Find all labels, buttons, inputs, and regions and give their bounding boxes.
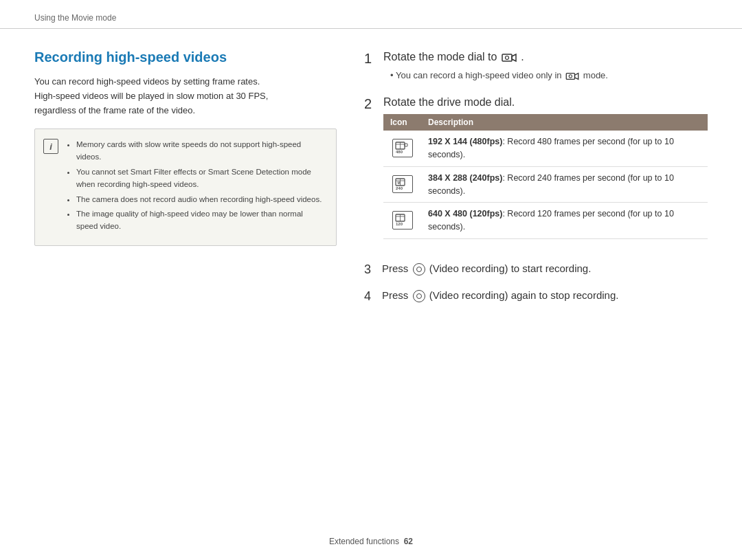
table-cell-120fps: 640 X 480 (120fps): Record 120 frames pe…: [421, 203, 708, 239]
video-record-icon: [413, 263, 425, 276]
svg-point-5: [569, 75, 572, 78]
step-2-content: Rotate the drive mode dial. Icon Descrip…: [383, 95, 708, 249]
svg-rect-0: [502, 54, 512, 61]
table-col-icon: Icon: [383, 114, 421, 131]
svg-rect-3: [566, 74, 574, 80]
step-3-text: Press (Video recording) to start recordi…: [382, 261, 591, 277]
table-row: 120 640 X 480 (120fps): Record 120 frame…: [383, 203, 708, 239]
footer-text: Extended functions: [329, 537, 399, 546]
breadcrumb-text: Using the Movie mode: [34, 13, 116, 23]
step-1-sub: You can record a high-speed video only i…: [383, 69, 708, 82]
table-cell-icon: 120: [383, 203, 421, 239]
step-3: 3 Press (Video recording) to start recor…: [364, 261, 708, 278]
table-cell-icon: M 240: [383, 166, 421, 203]
svg-marker-4: [575, 74, 578, 80]
left-column: Recording high-speed videos You can reco…: [34, 49, 337, 315]
svg-text:480: 480: [396, 150, 403, 154]
drive-mode-table: Icon Description: [383, 114, 708, 239]
table-cell-480fps: 192 X 144 (480fps): Record 480 frames pe…: [421, 131, 708, 166]
fps-120-icon: 120: [392, 211, 413, 229]
table-row: M 240 384 X 288 (240fps): Record 240 fra…: [383, 166, 708, 203]
notice-item: The camera does not record audio when re…: [76, 194, 326, 206]
notice-item: You cannot set Smart Filter effects or S…: [76, 166, 326, 191]
svg-point-2: [505, 56, 508, 59]
notice-item: Memory cards with slow write speeds do n…: [76, 139, 326, 164]
notice-icon: i: [43, 139, 58, 154]
fps-480-icon: 480: [392, 139, 413, 157]
table-row: 480 192 X 144 (480fps): Record 480 frame…: [383, 131, 708, 166]
svg-text:120: 120: [396, 222, 403, 226]
step-1-period: .: [521, 51, 524, 63]
step-2: 2 Rotate the drive mode dial. Icon Descr…: [364, 95, 708, 249]
main-content: Recording high-speed videos You can reco…: [0, 29, 742, 315]
step-2-label: Rotate the drive mode dial.: [383, 95, 708, 110]
svg-text:240: 240: [396, 186, 403, 190]
movie-dial-icon: [502, 52, 517, 63]
right-column: 1 Rotate the mode dial to . You can re: [364, 49, 708, 315]
step-1-number: 1: [364, 49, 379, 67]
movie-mode-icon-inline: [565, 71, 579, 81]
step-4: 4 Press (Video recording) again to stop …: [364, 288, 708, 305]
step-4-text: Press (Video recording) again to stop re…: [382, 288, 618, 304]
page-footer: Extended functions 62: [0, 537, 742, 546]
step-1-content: Rotate the mode dial to . You can record…: [383, 49, 708, 82]
section-title: Recording high-speed videos: [34, 49, 337, 65]
table-col-description: Description: [421, 114, 708, 131]
notice-list: Memory cards with slow write speeds do n…: [65, 139, 326, 233]
svg-text:M: M: [397, 181, 400, 185]
step-3-number: 3: [364, 261, 378, 278]
video-record-icon-2: [413, 290, 425, 302]
step-2-number: 2: [364, 95, 379, 113]
fps-240-icon: M 240: [392, 175, 413, 194]
page-container: Using the Movie mode Recording high-spee…: [0, 0, 742, 560]
table-cell-icon: 480: [383, 131, 421, 166]
page-number: 62: [404, 537, 413, 546]
intro-text: You can record high-speed videos by sett…: [34, 75, 337, 117]
step-1: 1 Rotate the mode dial to . You can re: [364, 49, 708, 82]
svg-marker-1: [512, 54, 516, 61]
table-cell-240fps: 384 X 288 (240fps): Record 240 frames pe…: [421, 166, 708, 203]
breadcrumb: Using the Movie mode: [0, 0, 742, 29]
notice-item: The image quality of high-speed video ma…: [76, 208, 326, 233]
step-4-number: 4: [364, 288, 378, 305]
notice-box: i Memory cards with slow write speeds do…: [34, 128, 337, 246]
step-1-label: Rotate the mode dial to .: [383, 49, 708, 65]
